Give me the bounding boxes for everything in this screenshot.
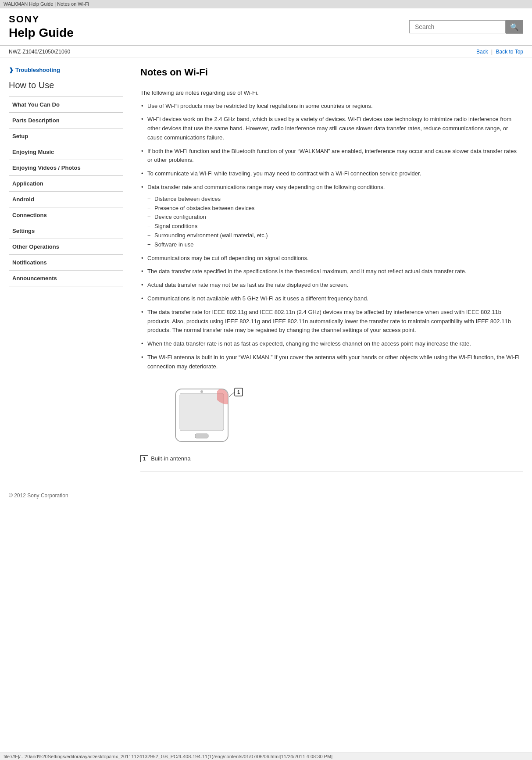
sidebar-nav-item: Enjoying Music bbox=[9, 144, 123, 160]
page-tab-title: WALKMAN Help Guide | Notes on Wi-Fi bbox=[4, 1, 89, 7]
content-intro: The following are notes regarding use of… bbox=[140, 89, 523, 97]
search-input[interactable] bbox=[409, 20, 506, 33]
troubleshooting-link[interactable]: ❱ Troubleshooting bbox=[9, 67, 123, 73]
content-bullet-10: When the data transfer rate is not as fa… bbox=[140, 339, 523, 349]
back-link[interactable]: Back bbox=[476, 49, 488, 55]
nav-separator: | bbox=[491, 49, 493, 55]
troubleshooting-label: Troubleshooting bbox=[15, 67, 60, 73]
content-bullet-9: The data transfer rate for IEEE 802.11g … bbox=[140, 308, 523, 335]
sidebar-nav-link-parts-description[interactable]: Parts Description bbox=[9, 113, 123, 128]
antenna-caption-text: Built-in antenna bbox=[151, 455, 190, 462]
sidebar: ❱ Troubleshooting How to Use What You Ca… bbox=[9, 67, 132, 478]
sidebar-nav-item: What You Can Do bbox=[9, 96, 123, 112]
model-number: NWZ-Z1040/Z1050/Z1060 bbox=[9, 49, 70, 55]
page-title: Notes on Wi-Fi bbox=[140, 67, 523, 82]
sidebar-nav: What You Can DoParts DescriptionSetupEnj… bbox=[9, 96, 123, 286]
nav-bar: NWZ-Z1040/Z1050/Z1060 Back | Back to Top bbox=[0, 46, 532, 58]
antenna-svg: 1 bbox=[140, 380, 272, 452]
search-area: 🔍 bbox=[409, 20, 523, 34]
sidebar-nav-item: Setup bbox=[9, 128, 123, 144]
content-bullet-6: The data transfer rate specified in the … bbox=[140, 267, 523, 276]
svg-point-6 bbox=[200, 390, 203, 393]
sidebar-nav-link-announcements[interactable]: Announcements bbox=[9, 271, 123, 286]
sidebar-section-title: How to Use bbox=[9, 80, 123, 93]
sub-item-4-1: Presence of obstacles between devices bbox=[147, 204, 523, 213]
sidebar-nav-item: Application bbox=[9, 175, 123, 191]
site-title: Help Guide bbox=[9, 26, 74, 40]
sidebar-nav-item: Notifications bbox=[9, 254, 123, 270]
sidebar-nav-item: Settings bbox=[9, 223, 123, 239]
content-bullet-0: Use of Wi-Fi products may be restricted … bbox=[140, 102, 523, 111]
content-bullet-1: Wi-Fi devices work on the 2.4 GHz band, … bbox=[140, 115, 523, 142]
antenna-figure: 1 1 Built-in antenna bbox=[140, 380, 272, 462]
back-to-top-link[interactable]: Back to Top bbox=[496, 49, 523, 55]
sidebar-nav-item: Android bbox=[9, 191, 123, 207]
content-bullet-2: If both the Wi-Fi function and the Bluet… bbox=[140, 147, 523, 165]
sub-list-4: Distance between devicesPresence of obst… bbox=[147, 195, 523, 250]
logo-area: SONY Help Guide bbox=[9, 14, 74, 40]
sub-item-4-3: Signal conditions bbox=[147, 222, 523, 231]
browser-title-bar: WALKMAN Help Guide | Notes on Wi-Fi bbox=[0, 0, 532, 8]
sidebar-nav-item: Connections bbox=[9, 207, 123, 223]
sidebar-nav-item: Parts Description bbox=[9, 112, 123, 128]
sidebar-nav-link-enjoying-music[interactable]: Enjoying Music bbox=[9, 144, 123, 160]
sidebar-nav-item: Enjoying Videos / Photos bbox=[9, 160, 123, 175]
content-bullet-7: Actual data transfer rate may not be as … bbox=[140, 281, 523, 290]
content-list: Use of Wi-Fi products may be restricted … bbox=[140, 102, 523, 371]
search-button[interactable]: 🔍 bbox=[506, 20, 523, 34]
sidebar-nav-link-settings[interactable]: Settings bbox=[9, 223, 123, 239]
footer: © 2012 Sony Corporation bbox=[0, 487, 532, 501]
sidebar-nav-link-what-you-can-do[interactable]: What You Can Do bbox=[9, 97, 123, 112]
content-bullet-4: Data transfer rate and communications ra… bbox=[140, 183, 523, 250]
sidebar-nav-link-setup[interactable]: Setup bbox=[9, 128, 123, 144]
content-bullet-5: Communications may be cut off depending … bbox=[140, 254, 523, 263]
sub-item-4-2: Device configuration bbox=[147, 213, 523, 222]
antenna-num-box: 1 bbox=[140, 455, 148, 462]
svg-rect-2 bbox=[195, 434, 208, 438]
nav-links: Back | Back to Top bbox=[476, 49, 523, 55]
copyright: © 2012 Sony Corporation bbox=[9, 492, 68, 499]
sidebar-nav-link-notifications[interactable]: Notifications bbox=[9, 255, 123, 270]
sidebar-nav-item: Announcements bbox=[9, 270, 123, 286]
antenna-caption: 1 Built-in antenna bbox=[140, 455, 272, 462]
arrow-icon: ❱ bbox=[9, 67, 14, 73]
sub-item-4-0: Distance between devices bbox=[147, 195, 523, 204]
site-header: SONY Help Guide 🔍 bbox=[0, 8, 532, 46]
sidebar-nav-link-enjoying-videos-photos[interactable]: Enjoying Videos / Photos bbox=[9, 160, 123, 175]
svg-line-5 bbox=[229, 392, 235, 397]
content-bullet-8: Communications is not available with 5 G… bbox=[140, 294, 523, 303]
search-icon: 🔍 bbox=[510, 23, 519, 31]
content-bullet-11: The Wi-Fi antenna is built in to your “W… bbox=[140, 353, 523, 371]
sidebar-nav-link-connections[interactable]: Connections bbox=[9, 207, 123, 223]
sidebar-nav-link-other-operations[interactable]: Other Operations bbox=[9, 239, 123, 254]
sony-logo: SONY bbox=[9, 14, 74, 25]
content-bullet-3: To communicate via Wi-Fi while traveling… bbox=[140, 169, 523, 178]
content-area: Notes on Wi-Fi The following are notes r… bbox=[132, 67, 523, 478]
content-divider bbox=[140, 471, 523, 471]
sidebar-nav-link-application[interactable]: Application bbox=[9, 176, 123, 191]
sidebar-nav-item: Other Operations bbox=[9, 239, 123, 254]
sub-item-4-4: Surrounding environment (wall material, … bbox=[147, 231, 523, 240]
sub-item-4-5: Software in use bbox=[147, 240, 523, 250]
sidebar-nav-link-android[interactable]: Android bbox=[9, 192, 123, 207]
svg-text:1: 1 bbox=[237, 389, 240, 395]
main-container: ❱ Troubleshooting How to Use What You Ca… bbox=[0, 58, 532, 487]
